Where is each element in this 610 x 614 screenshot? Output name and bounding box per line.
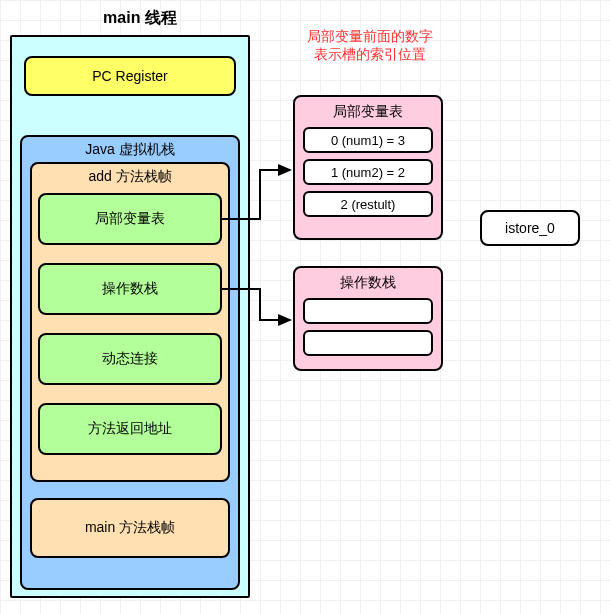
note-line2: 表示槽的索引位置	[290, 46, 450, 64]
local-var-row: 2 (restult)	[303, 191, 433, 217]
note-line1: 局部变量前面的数字	[290, 28, 450, 46]
local-var-row: 0 (num1) = 3	[303, 127, 433, 153]
operand-stack-section: 操作数栈	[38, 263, 222, 315]
add-frame-title: add 方法栈帧	[32, 164, 228, 186]
return-address-section: 方法返回地址	[38, 403, 222, 455]
instruction-box: istore_0	[480, 210, 580, 246]
index-note: 局部变量前面的数字 表示槽的索引位置	[290, 28, 450, 64]
pc-register: PC Register	[24, 56, 236, 96]
operand-panel-title: 操作数栈	[295, 268, 441, 296]
operand-row	[303, 330, 433, 356]
local-var-panel: 局部变量表 0 (num1) = 3 1 (num2) = 2 2 (restu…	[293, 95, 443, 240]
jvm-stack-title: Java 虚拟机栈	[22, 137, 238, 159]
thread-title: main 线程	[80, 8, 200, 29]
local-variable-table-section: 局部变量表	[38, 193, 222, 245]
local-var-panel-title: 局部变量表	[295, 97, 441, 125]
dynamic-linking-section: 动态连接	[38, 333, 222, 385]
operand-panel: 操作数栈	[293, 266, 443, 371]
main-stack-frame: main 方法栈帧	[30, 498, 230, 558]
local-var-row: 1 (num2) = 2	[303, 159, 433, 185]
operand-row	[303, 298, 433, 324]
